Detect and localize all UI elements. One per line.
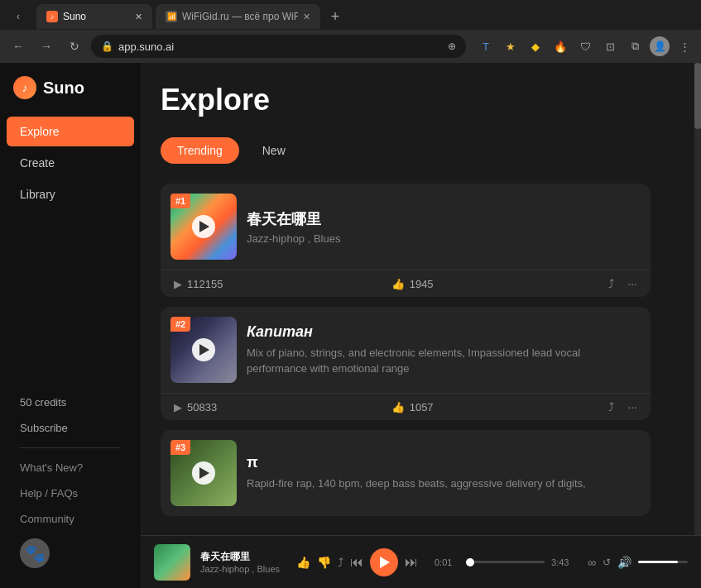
song-info-3: π Rapid-fire rap, 140 bpm, deep bass bea… <box>247 440 641 506</box>
scrollbar-track[interactable] <box>694 63 701 588</box>
play-count-2: ▶ 50833 <box>174 401 391 414</box>
song-thumb-container-2: #2 <box>170 317 237 383</box>
song-main-1: #1 春天在哪里 Jazz-hiphop , Blues <box>161 184 651 270</box>
main-content: Explore Trending New #1 <box>141 63 701 588</box>
tab-suno[interactable]: ♪ Suno ✕ <box>36 4 152 29</box>
sidebar: ♪ Suno Explore Create Library 50 credits… <box>0 63 141 588</box>
menu-button[interactable]: ⋮ <box>675 36 694 56</box>
tab-bar: ‹ ♪ Suno ✕ 📶 WiFiGid.ru — всё про WiFi и… <box>0 0 701 30</box>
bookmark-button[interactable]: ★ <box>501 36 521 56</box>
player-dislike-btn[interactable]: 👎 <box>317 556 331 569</box>
player-next-btn[interactable]: ⏭ <box>405 555 418 570</box>
subscribe-button[interactable]: Subscribe <box>7 415 134 441</box>
play-overlay-2[interactable] <box>192 338 215 361</box>
song-title-1: 春天在哪里 <box>247 209 641 229</box>
sidebar-item-explore[interactable]: Explore <box>7 117 134 146</box>
community-label: Community <box>20 513 74 525</box>
song-main-3: #3 π Rapid-fire rap, 140 bpm, deep bass … <box>161 430 651 516</box>
whats-new-label: What's New? <box>20 461 83 474</box>
credits-item[interactable]: 50 credits <box>7 390 134 415</box>
suno-favicon: ♪ <box>46 11 58 22</box>
play-count-1: ▶ 112155 <box>174 278 391 290</box>
like-count-2: 👍 1057 <box>391 401 609 414</box>
play-number-2: 50833 <box>187 401 217 414</box>
logo-text: Suno <box>43 79 84 98</box>
translate-btn[interactable]: T <box>476 36 496 56</box>
sidebar-toggle[interactable]: ⧉ <box>625 36 645 56</box>
like-number-1: 1945 <box>410 278 434 290</box>
address-bar[interactable]: 🔒 app.suno.ai ⊕ <box>91 35 466 58</box>
total-time: 3:43 <box>551 557 578 567</box>
tab-wifi[interactable]: 📶 WiFiGid.ru — всё про WiFi и бе... ✕ <box>156 4 320 29</box>
tab-close-suno[interactable]: ✕ <box>135 12 142 22</box>
progress-fill <box>468 561 470 563</box>
sidebar-bottom: 50 credits Subscribe What's New? Help / … <box>0 390 141 575</box>
loop-icon[interactable]: ↺ <box>603 557 611 568</box>
extension-btn[interactable]: ◆ <box>526 36 545 56</box>
rank-badge-3: #3 <box>170 440 190 455</box>
play-triangle-3 <box>199 467 209 479</box>
player-prev-btn[interactable]: ⏮ <box>350 555 363 570</box>
subscribe-label: Subscribe <box>20 422 68 434</box>
fire-icon[interactable]: 🔥 <box>550 36 570 56</box>
sidebar-link-whats-new[interactable]: What's New? <box>7 455 134 480</box>
shield-icon[interactable]: 🛡 <box>575 36 595 56</box>
player-like-btn[interactable]: 👍 <box>296 556 310 569</box>
loop-infinity-icon[interactable]: ∞ <box>588 556 596 569</box>
tab-scroll-left[interactable]: ‹ <box>7 5 30 28</box>
current-time: 0:01 <box>435 557 461 567</box>
sidebar-item-library[interactable]: Library <box>7 179 134 209</box>
browser-chrome: ‹ ♪ Suno ✕ 📶 WiFiGid.ru — всё про WiFi и… <box>0 0 701 63</box>
more-icon-1[interactable]: ··· <box>627 277 637 290</box>
player-info: 春天在哪里 Jazz-hiphop , Blues <box>200 550 280 574</box>
share-icon-2[interactable]: ⤴ <box>608 400 614 414</box>
player-play-btn[interactable] <box>370 548 398 576</box>
volume-icon[interactable]: 🔊 <box>617 556 631 569</box>
sidebar-item-create[interactable]: Create <box>7 148 134 178</box>
tab-buttons: Trending New <box>161 137 651 164</box>
song-thumb-container-1: #1 <box>170 194 237 260</box>
song-info-1: 春天在哪里 Jazz-hiphop , Blues <box>247 194 641 260</box>
song-card-2: #2 Капитан Mix of piano, strings, and el… <box>161 307 651 420</box>
like-icon-1: 👍 <box>391 278 405 290</box>
progress-bar[interactable] <box>468 561 545 563</box>
player-share-btn[interactable]: ⤴ <box>338 556 343 569</box>
player-thumbnail <box>154 544 190 581</box>
play-overlay-1[interactable] <box>192 215 215 238</box>
volume-fill <box>638 561 678 563</box>
refresh-button[interactable]: ↻ <box>63 35 86 58</box>
play-triangle-1 <box>199 221 209 232</box>
rank-badge-1: #1 <box>170 194 190 208</box>
scrollbar-thumb[interactable] <box>694 63 701 129</box>
play-triangle-2 <box>199 344 209 356</box>
play-overlay-3[interactable] <box>192 461 215 485</box>
translate-icon[interactable]: ⊕ <box>448 41 456 52</box>
tab-close-wifi[interactable]: ✕ <box>303 12 310 22</box>
app-container: ♪ Suno Explore Create Library 50 credits… <box>0 63 701 588</box>
player-right: ∞ ↺ 🔊 <box>588 556 688 569</box>
share-icon-1[interactable]: ⤴ <box>608 277 614 290</box>
sidebar-link-community[interactable]: Community <box>7 506 134 532</box>
tab-new[interactable]: New <box>246 137 302 164</box>
lock-icon: 🔒 <box>101 41 113 52</box>
volume-bar[interactable] <box>638 561 688 563</box>
page-title: Explore <box>161 83 651 117</box>
user-profile[interactable]: 👤 <box>650 36 670 56</box>
back-button[interactable]: ← <box>7 35 30 58</box>
song-footer-2: ▶ 50833 👍 1057 ⤴ ··· <box>161 393 651 420</box>
progress-dot <box>466 558 474 566</box>
player-subtitle: Jazz-hiphop , Blues <box>200 564 280 574</box>
new-tab-button[interactable]: + <box>324 5 347 28</box>
forward-button[interactable]: → <box>35 35 58 58</box>
bottom-player: 春天在哪里 Jazz-hiphop , Blues 👍 👎 ⤴ ⏮ ⏭ 0:01 <box>141 535 701 588</box>
url-text: app.suno.ai <box>118 41 443 53</box>
song-main-2: #2 Капитан Mix of piano, strings, and el… <box>161 307 651 393</box>
wifi-favicon: 📶 <box>166 11 177 22</box>
tab-trending[interactable]: Trending <box>161 137 239 164</box>
sidebar-link-help[interactable]: Help / FAQs <box>7 480 134 506</box>
more-icon-2[interactable]: ··· <box>627 400 637 414</box>
settings-btn[interactable]: ⊡ <box>600 36 620 56</box>
footer-actions-1: ⤴ ··· <box>608 277 637 290</box>
user-avatar[interactable]: 🐾 <box>20 538 50 568</box>
logo[interactable]: ♪ Suno <box>0 76 141 116</box>
